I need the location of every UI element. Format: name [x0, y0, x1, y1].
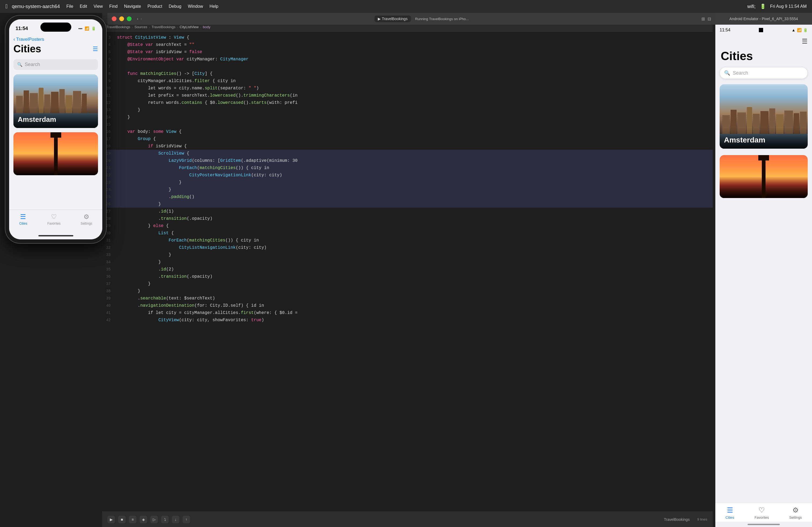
xcode-debug-icon[interactable]: ⊟: [708, 16, 711, 21]
back-nav-icon[interactable]: ‹: [137, 16, 138, 21]
bc-item-5[interactable]: body: [203, 25, 210, 29]
code-line-12: 12 return words.contains { $0.lowercased…: [102, 99, 713, 106]
menu-navigate[interactable]: Navigate: [124, 4, 141, 9]
battery-icon: 🔋: [760, 3, 766, 10]
menu-help[interactable]: Help: [209, 4, 218, 9]
bc-item-3[interactable]: TravelBookings: [151, 25, 175, 29]
ios-back-nav[interactable]: ‹ TravelPosters: [9, 34, 102, 43]
menu-product[interactable]: Product: [147, 4, 162, 9]
bc-item-1[interactable]: TravelBookings: [106, 25, 130, 29]
menu-view[interactable]: View: [93, 4, 103, 9]
bc-item-4[interactable]: CityListView: [180, 25, 199, 29]
ios-city-card-2[interactable]: [13, 132, 98, 175]
code-line-27: 27 .id(1): [102, 208, 713, 215]
code-line-41: 41 if let city = cityManager.allCities.f…: [102, 309, 713, 316]
android-home-indicator: [715, 522, 812, 527]
code-line-26: 26 }: [102, 200, 713, 208]
android-home-pill: [748, 524, 780, 525]
xcode-titlebar: ‹ › ▶ TravelBookings Running TravelBooki…: [107, 13, 715, 25]
bc-sep-2: ›: [149, 26, 150, 29]
bc-sep-3: ›: [177, 26, 178, 29]
bottom-bar-breakpoint-btn[interactable]: ◈: [140, 516, 147, 523]
code-line-11: 11 let prefix = searchText.lowercased().…: [102, 92, 713, 99]
bottom-bar-continue-btn[interactable]: ▷: [150, 516, 158, 523]
android-tab-settings[interactable]: ⚙ Settings: [789, 506, 802, 520]
ios-tab-favorites[interactable]: ♡ Favorites: [47, 213, 60, 225]
code-line-33: 33 }: [102, 251, 713, 258]
ios-tab-cities[interactable]: ☰ Cities: [19, 213, 27, 225]
code-line-23: 23 }: [102, 179, 713, 186]
forward-nav-icon[interactable]: ›: [141, 16, 142, 21]
ios-tab-cities-icon: ☰: [20, 213, 26, 221]
ios-home-pill: [39, 235, 73, 236]
bottom-bar-step-in-btn[interactable]: ↓: [172, 516, 179, 523]
bottom-bar-step-over-btn[interactable]: ⤵: [161, 516, 169, 523]
android-hamburger-icon[interactable]: ☰: [802, 37, 808, 45]
bc-item-2[interactable]: Sources: [134, 25, 147, 29]
ios-grid-icon[interactable]: ☰: [93, 46, 98, 55]
code-line-21: 21 ForEach(matchingCities()) { city in: [102, 164, 713, 171]
bottom-bar-run-btn[interactable]: ▶: [107, 516, 115, 523]
android-search-icon: 🔍: [724, 70, 730, 76]
code-line-20: 20 LazyVGrid(columns: [GridItem(.adaptiv…: [102, 157, 713, 164]
ios-tab-favorites-label: Favorites: [47, 222, 60, 225]
ios-city-label-amsterdam: Amsterdam: [13, 107, 98, 128]
code-line-37: 37 }: [102, 280, 713, 287]
android-tab-settings-label: Settings: [789, 515, 802, 520]
bottom-bar-filter-btn[interactable]: ≡: [129, 516, 136, 523]
ios-page-title: Cities: [13, 43, 41, 55]
android-search-bar[interactable]: 🔍 Search: [720, 67, 808, 79]
android-window-titlebar: Android Emulator - Pixel_6_API_33:5554: [715, 13, 812, 25]
menu-debug[interactable]: Debug: [169, 4, 181, 9]
maximize-button[interactable]: [127, 16, 132, 21]
app-name: qemu-system-aarch64: [12, 4, 60, 10]
android-tab-cities[interactable]: ☰ Cities: [726, 506, 735, 520]
ios-city-card-amsterdam[interactable]: Amsterdam: [13, 74, 98, 128]
android-tab-favorites[interactable]: ♡ Favorites: [755, 506, 769, 520]
code-line-39: 39 .searchable(text: $searchText): [102, 295, 713, 302]
ios-nav-bar: Cities ☰: [9, 43, 102, 57]
ios-tab-settings[interactable]: ⚙ Settings: [81, 213, 92, 225]
mac-menubar:  qemu-system-aarch64 File Edit View Fin…: [0, 0, 812, 13]
bottom-bar-app-label: TravelBookings: [664, 517, 690, 522]
android-screen: 11:54 ▲ 📶 🔋 ☰ Cities 🔍 Search: [715, 25, 812, 527]
bottom-bar-step-out-btn[interactable]: ↑: [183, 516, 190, 523]
android-window-title: Android Emulator - Pixel_6_API_33:5554: [729, 17, 798, 21]
xcode-nav-buttons: ‹ ›: [137, 16, 142, 21]
android-tab-bar: ☰ Cities ♡ Favorites ⚙ Settings: [715, 502, 812, 522]
android-city-card-2[interactable]: [720, 155, 808, 502]
code-line-31: 31 ForEach(matchingCities()) { city in: [102, 237, 713, 244]
close-button[interactable]: [112, 16, 117, 21]
ios-home-indicator: [9, 232, 102, 239]
code-line-38: 38 }: [102, 287, 713, 295]
minimize-button[interactable]: [119, 16, 124, 21]
android-wifi-icon: 📶: [797, 28, 801, 32]
code-line-10: 10 let words = city.name.split(separator…: [102, 85, 713, 92]
code-editor: 3 struct CityListView : View { 4 @State …: [102, 32, 713, 511]
code-line-4: 4 @State var searchText = "": [102, 41, 713, 48]
code-line-14: 14 }: [102, 114, 713, 121]
code-line-35: 35 .id(2): [102, 266, 713, 273]
android-battery-icon: 🔋: [803, 28, 808, 32]
menu-find[interactable]: Find: [109, 4, 118, 9]
ios-tab-settings-label: Settings: [81, 222, 92, 225]
android-tab-cities-icon: ☰: [727, 506, 733, 514]
wifi-icon: wifi;: [747, 4, 756, 10]
xcode-inspector-icon[interactable]: ⊞: [701, 16, 705, 21]
bottom-bar-lines: 9 lines: [697, 517, 707, 521]
menu-edit[interactable]: Edit: [80, 4, 87, 9]
ios-screen: 11:54 ▪▪▪ 📶 🔋 ‹ TravelPosters Cities ☰ 🔍…: [9, 19, 102, 239]
code-line-3: 3 struct CityListView : View {: [102, 34, 713, 41]
code-line-5: 5 @State var isGridView = false: [102, 48, 713, 56]
ios-search-placeholder: Search: [25, 62, 40, 67]
bottom-bar-stop-btn[interactable]: ■: [118, 516, 126, 523]
android-time: 11:54: [720, 28, 730, 32]
code-line-19: 19 ScrollView {: [102, 150, 713, 157]
code-line-8: 8 func matchingCities() -> [City] {: [102, 70, 713, 77]
ios-search-icon: 🔍: [17, 62, 23, 67]
menu-window[interactable]: Window: [188, 4, 203, 9]
xcode-run-info: ▶ TravelBookings Running TravelBookings …: [145, 16, 698, 22]
ios-search-bar[interactable]: 🔍 Search: [13, 59, 98, 70]
android-city-card-amsterdam[interactable]: Amsterdam: [720, 84, 808, 149]
menu-file[interactable]: File: [66, 4, 73, 9]
